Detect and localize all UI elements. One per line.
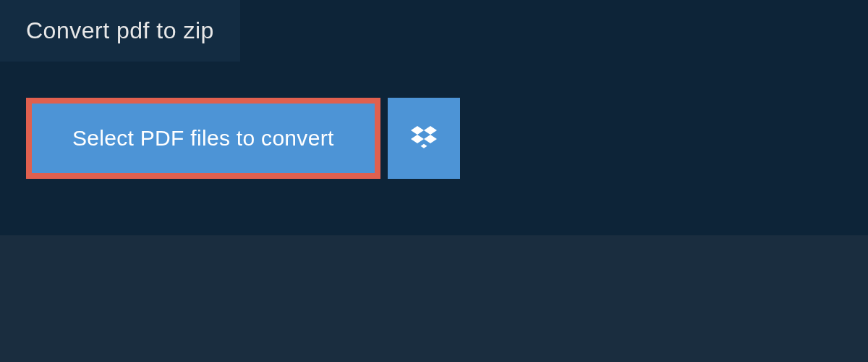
converter-panel: Convert pdf to zip Select PDF files to c… — [0, 0, 868, 235]
tab-convert-pdf-to-zip[interactable]: Convert pdf to zip — [0, 0, 240, 62]
dropbox-button[interactable] — [388, 98, 460, 179]
select-files-label: Select PDF files to convert — [72, 126, 334, 151]
dropbox-icon — [411, 124, 437, 153]
select-files-button[interactable]: Select PDF files to convert — [26, 98, 380, 179]
button-row: Select PDF files to convert — [26, 98, 868, 179]
tab-label: Convert pdf to zip — [26, 17, 214, 43]
